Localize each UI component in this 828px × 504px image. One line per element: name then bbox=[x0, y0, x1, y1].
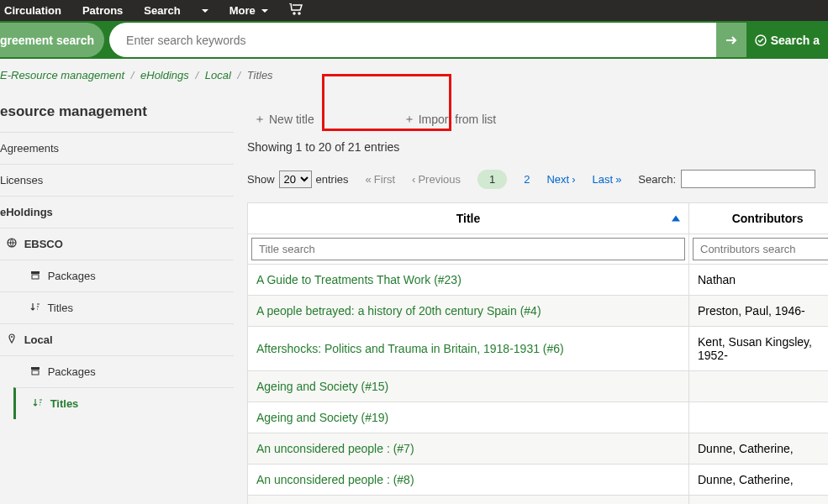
svg-point-4 bbox=[11, 336, 13, 338]
new-title-button[interactable]: ＋ New title bbox=[247, 108, 321, 130]
sidebar-item-ebsco-packages[interactable]: Packages bbox=[0, 260, 234, 291]
sidebar-packages-label: Packages bbox=[48, 270, 96, 282]
page-previous[interactable]: ‹ Previous bbox=[412, 173, 461, 186]
title-link[interactable]: Aftershocks: Politics and Trauma in Brit… bbox=[256, 342, 564, 355]
table-search-input[interactable] bbox=[681, 170, 815, 188]
table-row: A Guide to Treatments That Work (#23)Nat… bbox=[248, 265, 829, 296]
sidebar-item-licenses[interactable]: Licenses bbox=[0, 164, 234, 196]
contributors-cell: Preston, Paul, 1946- bbox=[689, 296, 829, 327]
showing-text: Showing 1 to 20 of 21 entries bbox=[247, 137, 828, 162]
breadcrumb-eresource[interactable]: E-Resource management bbox=[0, 69, 124, 81]
title-link[interactable]: A people betrayed: a history of 20th cen… bbox=[256, 304, 541, 318]
title-filter-input[interactable] bbox=[251, 238, 685, 260]
page-next[interactable]: Next › bbox=[546, 173, 575, 186]
import-list-label: Import from list bbox=[419, 113, 497, 126]
breadcrumb-eholdings[interactable]: eHoldings bbox=[140, 69, 189, 81]
table-row: A people betrayed: a history of 20th cen… bbox=[248, 296, 829, 327]
table-search-label: Search: bbox=[638, 173, 676, 186]
content: ＋ New title ＋ Import from list Showing 1… bbox=[234, 92, 828, 504]
sidebar-item-ebsco[interactable]: EBSCO bbox=[0, 228, 234, 260]
contributors-cell: Dunne, Catherine, bbox=[689, 496, 829, 505]
import-from-list-button[interactable]: ＋ Import from list bbox=[397, 108, 504, 130]
entries-label: entries bbox=[316, 173, 349, 186]
archive-icon bbox=[30, 270, 40, 282]
globe-icon bbox=[7, 238, 17, 250]
col-header-title[interactable]: Title bbox=[248, 203, 689, 234]
table-row: Aftershocks: Politics and Trauma in Brit… bbox=[248, 327, 829, 371]
title-link[interactable]: Ageing and Society (#19) bbox=[256, 411, 388, 424]
table-row: Ageing and Society (#15) bbox=[248, 371, 829, 402]
sidebar-title: esource management bbox=[0, 92, 234, 132]
search-submit-button[interactable] bbox=[716, 23, 746, 57]
contributors-cell: Kent, Susan Kingsley, 1952- bbox=[689, 327, 829, 371]
sort-icon bbox=[30, 302, 40, 314]
contributors-cell bbox=[689, 371, 829, 402]
show-label: Show bbox=[247, 173, 275, 186]
table-search-wrap: Search: bbox=[638, 170, 815, 188]
contributors-cell bbox=[689, 402, 829, 433]
nav-caret-icon[interactable] bbox=[202, 9, 208, 13]
contributors-cell: Nathan bbox=[689, 265, 829, 296]
main-layout: esource management Agreements Licenses e… bbox=[0, 92, 828, 504]
sidebar-item-local-titles[interactable]: Titles bbox=[13, 387, 234, 419]
contributors-cell: Dunne, Catherine, bbox=[689, 465, 829, 496]
top-nav: Circulation Patrons Search More bbox=[0, 0, 828, 21]
title-link[interactable]: An unconsidered people : (#7) bbox=[256, 442, 414, 455]
breadcrumb-current: Titles bbox=[247, 69, 273, 81]
sidebar-item-local[interactable]: Local bbox=[0, 323, 234, 355]
contributors-filter-input[interactable] bbox=[693, 238, 828, 260]
nav-search[interactable]: Search bbox=[144, 4, 180, 17]
sidebar-item-agreements[interactable]: Agreements bbox=[0, 132, 234, 164]
double-chevron-right-icon: » bbox=[615, 173, 621, 186]
page-last[interactable]: Last » bbox=[593, 173, 622, 186]
search-input[interactable] bbox=[109, 23, 716, 57]
nav-patrons[interactable]: Patrons bbox=[82, 4, 123, 17]
sidebar-ebsco-label: EBSCO bbox=[24, 238, 63, 250]
table-row: An unconsidered people : (#17)Dunne, Cat… bbox=[248, 496, 829, 505]
nav-circulation[interactable]: Circulation bbox=[4, 4, 61, 17]
title-link[interactable]: A Guide to Treatments That Work (#23) bbox=[256, 273, 461, 286]
col-header-contributors[interactable]: Contributors bbox=[689, 203, 829, 234]
breadcrumb-sep: / bbox=[237, 69, 240, 81]
breadcrumb-sep: / bbox=[195, 69, 198, 81]
new-title-label: New title bbox=[269, 113, 314, 126]
sidebar-titles-label: Titles bbox=[47, 302, 73, 314]
cart-icon[interactable] bbox=[289, 3, 303, 18]
sidebar-local-titles-label: Titles bbox=[50, 397, 79, 410]
page-first[interactable]: « First bbox=[366, 173, 396, 186]
action-row: ＋ New title ＋ Import from list bbox=[247, 92, 828, 137]
sidebar-local-label: Local bbox=[24, 333, 53, 346]
table-controls: Show 20 entries « First ‹ Previous 1 2 N… bbox=[247, 162, 828, 196]
plus-icon: ＋ bbox=[403, 112, 415, 127]
search-all-button[interactable]: Search a bbox=[746, 34, 828, 47]
title-link[interactable]: Ageing and Society (#15) bbox=[256, 380, 388, 393]
chevron-left-icon: ‹ bbox=[412, 173, 415, 186]
double-chevron-left-icon: « bbox=[366, 173, 372, 186]
entries-select[interactable]: 20 bbox=[279, 171, 312, 188]
table-row: An unconsidered people : (#8)Dunne, Cath… bbox=[248, 465, 829, 496]
titles-table: Title Contributors A Guide to Treatments… bbox=[247, 202, 828, 504]
svg-rect-6 bbox=[32, 370, 39, 375]
page-1[interactable]: 1 bbox=[477, 170, 507, 189]
svg-rect-2 bbox=[31, 271, 40, 274]
title-link[interactable]: An unconsidered people : (#8) bbox=[256, 473, 414, 486]
sidebar-local-packages-label: Packages bbox=[48, 365, 96, 378]
search-bar: greement search Search a bbox=[0, 21, 828, 59]
breadcrumb: E-Resource management / eHoldings / Loca… bbox=[0, 59, 828, 92]
archive-icon bbox=[30, 365, 40, 378]
nav-more[interactable]: More bbox=[229, 4, 268, 17]
search-input-container bbox=[109, 23, 716, 57]
sidebar-item-local-packages[interactable]: Packages bbox=[0, 355, 234, 387]
search-all-label: Search a bbox=[771, 34, 820, 47]
sidebar: esource management Agreements Licenses e… bbox=[0, 92, 234, 504]
sidebar-item-ebsco-titles[interactable]: Titles bbox=[0, 291, 234, 323]
table-row: An unconsidered people : (#7)Dunne, Cath… bbox=[248, 433, 829, 465]
sort-icon bbox=[33, 397, 43, 410]
svg-rect-3 bbox=[32, 275, 39, 279]
plus-icon: ＋ bbox=[254, 112, 266, 127]
search-tab-agreement[interactable]: greement search bbox=[0, 23, 104, 57]
sidebar-item-eholdings[interactable]: eHoldings bbox=[0, 196, 234, 228]
breadcrumb-sep: / bbox=[131, 69, 134, 81]
breadcrumb-local[interactable]: Local bbox=[205, 69, 231, 81]
page-2[interactable]: 2 bbox=[524, 173, 530, 186]
